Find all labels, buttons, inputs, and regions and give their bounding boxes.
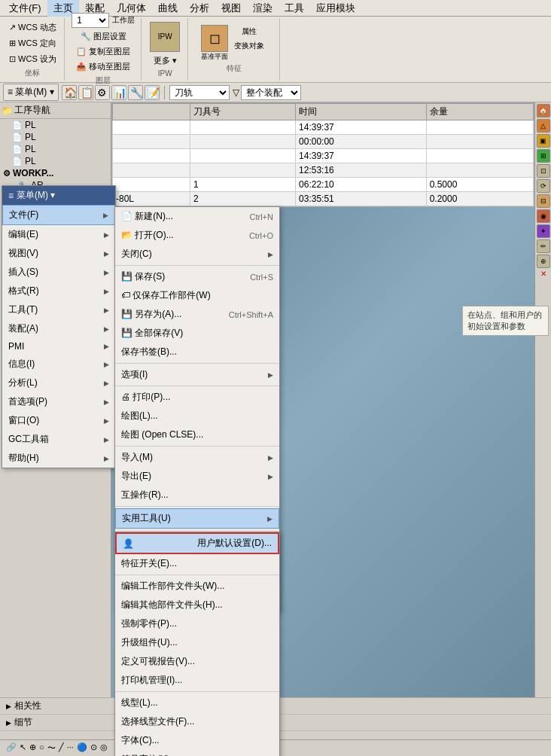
tree-item-pl1[interactable]: 📄 PL (0, 119, 111, 131)
menu-edit-work-header[interactable]: 编辑工作部件文件头(W)... (115, 577, 279, 596)
tree-item-workp[interactable]: ⚙ WORKP... (0, 167, 111, 179)
tb-icon5[interactable]: 🔧 (128, 85, 143, 100)
menu-main-header[interactable]: ≡ 菜单(M) ▾ (2, 186, 115, 205)
menu-open[interactable]: 📂 打开(O)... Ctrl+O (115, 226, 279, 245)
rs-btn3[interactable]: ▣ (537, 134, 550, 148)
menu-linetype[interactable]: 线型(L)... (115, 694, 279, 712)
menu-draw-clse[interactable]: 绘图 (Open CLSE)... (115, 425, 279, 444)
menu-item-analysis[interactable]: 分析(L) ▶ (2, 373, 115, 392)
menu-options[interactable]: 选项(I) ▶ (115, 365, 279, 384)
tree-item-pl2[interactable]: 📄 PL (0, 131, 111, 143)
rs-btn9[interactable]: ✦ (537, 224, 550, 238)
menu-utils[interactable]: 实用工具(U) ▶ (115, 508, 279, 529)
ribbon-wcs-orient[interactable]: ⊞ WCS 定向 (6, 36, 59, 50)
menu-sep5 (115, 506, 279, 507)
menu-tools[interactable]: 工具 (279, 0, 310, 17)
menu-feature-switch[interactable]: 特征开关(E)... (115, 554, 279, 573)
menu-view[interactable]: 视图 (215, 0, 247, 17)
rs-btn2[interactable]: △ (537, 119, 550, 133)
path-select[interactable]: 刀轨 (169, 85, 230, 100)
status-icon-circle2[interactable]: ⊙ (90, 742, 97, 754)
menu-save-work[interactable]: 🏷 仅保存工作部件(W) (115, 286, 279, 305)
menu-force-part[interactable]: 强制零件(P)... (115, 614, 279, 633)
menu-draw-clse-label: 绘图 (Open CLSE)... (121, 428, 203, 441)
filter-select[interactable]: 整个装配 (241, 85, 301, 100)
menu-item-file-label: 文件(F) (9, 209, 38, 221)
menu-close[interactable]: 关闭(C) ▶ (115, 245, 279, 264)
status-icon-circle3[interactable]: ◎ (100, 742, 108, 754)
menu-curve[interactable]: 曲线 (152, 0, 184, 17)
menu-item-pmi[interactable]: PMI ▶ (2, 338, 115, 355)
status-icon-color[interactable]: 🔵 (77, 742, 87, 754)
menu-item-view[interactable]: 视图(V) ▶ (2, 244, 115, 263)
menu-interop[interactable]: 互操作(R)... (115, 486, 279, 505)
ribbon-group-layer: 1 工作层 🔧 图层设置 📋 复制至图层 📤 移动至图层 图层 (66, 18, 142, 81)
rs-btn8[interactable]: ◉ (537, 209, 550, 223)
rs-btn6[interactable]: ⟳ (537, 179, 550, 193)
menu-new[interactable]: 📄 新建(N)... Ctrl+N (115, 207, 279, 226)
menu-item-assembly[interactable]: 装配(A) ▶ (2, 319, 115, 338)
tb-icon2[interactable]: 📋 (78, 85, 93, 100)
ribbon-wcs-set[interactable]: ⊡ WCS 设为 (6, 52, 59, 66)
menu-save[interactable]: 💾 保存(S) Ctrl+S (115, 267, 279, 286)
ribbon-attr[interactable]: 属性 (231, 25, 267, 38)
menu-printer-mgmt[interactable]: 打印机管理(I)... (115, 671, 279, 690)
menu-arrow-pmi: ▶ (104, 343, 109, 350)
menu-render[interactable]: 渲染 (247, 0, 279, 17)
ribbon-datum-plane[interactable]: ◻ 基准平面 (201, 25, 228, 62)
menu-trigger[interactable]: ≡ 菜单(M) ▾ (3, 84, 59, 101)
menu-item-edit[interactable]: 编辑(E) ▶ (2, 225, 115, 244)
menu-item-window[interactable]: 窗口(O) ▶ (2, 411, 115, 430)
table-row: 12:53:16 (113, 163, 534, 178)
rs-btn11[interactable]: ⊕ (537, 255, 550, 268)
menu-item-tools[interactable]: 工具(T) ▶ (2, 300, 115, 319)
rs-btn5[interactable]: ⊡ (537, 164, 550, 178)
menu-item-gc[interactable]: GC工具箱 ▶ (2, 430, 115, 449)
tb-icon1[interactable]: 🏠 (62, 85, 77, 100)
rs-btn1[interactable]: 🏠 (537, 104, 550, 117)
ribbon-wcs-dynamic[interactable]: ↗ WCS 动态 (6, 20, 59, 35)
menu-item-help[interactable]: 帮助(H) ▶ (2, 449, 115, 468)
menu-arrow-utils: ▶ (267, 515, 272, 523)
menu-export[interactable]: 导出(E) ▶ (115, 467, 279, 486)
ribbon-transform[interactable]: 变换对象 (231, 39, 267, 53)
tree-item-pl3[interactable]: 📄 PL (0, 143, 111, 155)
rs-btn4[interactable]: ⊞ (537, 149, 550, 163)
menu-select-linetype[interactable]: 选择线型文件(F)... (115, 712, 279, 731)
status-icon-link[interactable]: 🔗 (6, 742, 17, 754)
tb-icon3[interactable]: ⚙ (95, 85, 110, 100)
menu-appmodule[interactable]: 应用模块 (310, 0, 361, 17)
layer-select[interactable]: 1 (72, 13, 109, 28)
tb-icon6[interactable]: 📝 (145, 85, 160, 100)
menu-item-insert[interactable]: 插入(S) ▶ (2, 263, 115, 282)
menu-saveas[interactable]: 💾 另存为(A)... Ctrl+Shift+A (115, 305, 279, 324)
menu-analysis[interactable]: 分析 (184, 0, 215, 17)
menu-item-prefs[interactable]: 首选项(P) ▶ (2, 392, 115, 411)
tb-icon4[interactable]: 📊 (111, 85, 126, 100)
ribbon-more[interactable]: 更多 ▾ (151, 53, 180, 68)
menu-item-info[interactable]: 信息(I) ▶ (2, 355, 115, 373)
menu-upgrade-component[interactable]: 升级组件(U)... (115, 633, 279, 652)
menu-symbol-font[interactable]: 符号字体(Y)... (115, 750, 279, 756)
cell-3-0 (113, 163, 190, 178)
menu-item-format[interactable]: 格式(R) ▶ (2, 282, 115, 300)
menu-edit-other-header[interactable]: 编辑其他部件文件头(H)... (115, 596, 279, 614)
menu-item-file[interactable]: 文件(F) ▶ (2, 205, 115, 225)
ribbon-copy-to-layer[interactable]: 📋 复制至图层 (73, 44, 133, 59)
ribbon-move-to-layer[interactable]: 📤 移动至图层 (73, 59, 133, 74)
menu-user-default[interactable]: 👤 用户默认设置(D)... (115, 532, 279, 554)
menu-font[interactable]: 字体(C)... (115, 731, 279, 750)
tree-item-pl4[interactable]: 📄 PL (0, 155, 111, 167)
rs-btn10[interactable]: ✏ (537, 239, 550, 253)
menu-file[interactable]: 文件(F) (3, 0, 47, 17)
menu-savebookmark[interactable]: 保存书签(B)... (115, 343, 279, 361)
menu-define-report[interactable]: 定义可视报告(V)... (115, 652, 279, 671)
menu-arrow-gc: ▶ (104, 436, 109, 444)
menu-saveall[interactable]: 💾 全部保存(V) (115, 324, 279, 343)
rs-btn7[interactable]: ⊟ (537, 194, 550, 208)
menu-print[interactable]: 🖨 打印(P)... (115, 388, 279, 407)
ribbon-layer-settings[interactable]: 🔧 图层设置 (73, 29, 133, 44)
menu-draw[interactable]: 绘图(L)... (115, 407, 279, 425)
rs-close[interactable]: ✕ (540, 270, 546, 278)
menu-import[interactable]: 导入(M) ▶ (115, 448, 279, 467)
